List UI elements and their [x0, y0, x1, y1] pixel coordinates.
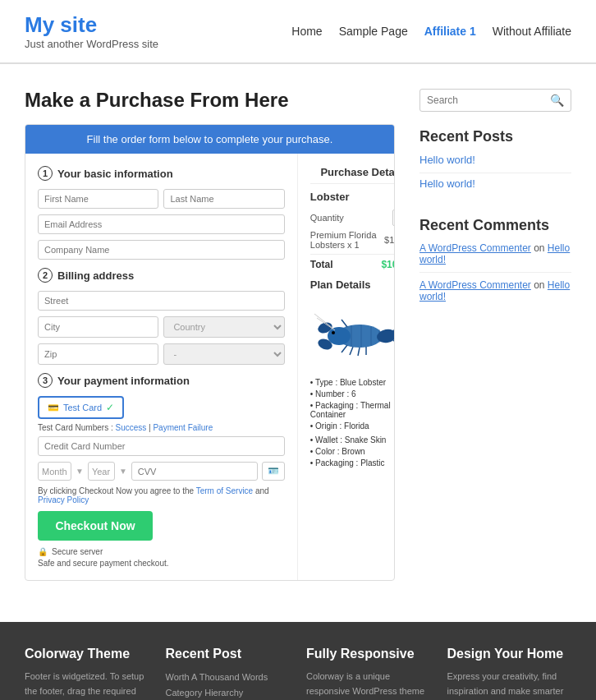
footer-widget-0: Colorway Theme Footer is widgetized. To …	[25, 647, 149, 700]
failure-link[interactable]: Payment Failure	[153, 423, 213, 432]
plan-item-4: Wallet : Snake Skin	[310, 435, 395, 444]
footer-widget-title-3: Design Your Home	[447, 647, 572, 661]
secure-label: Secure server	[52, 547, 103, 556]
svg-line-12	[342, 320, 347, 327]
nav-home[interactable]: Home	[291, 25, 322, 38]
search-input[interactable]	[427, 94, 550, 106]
first-name-input[interactable]	[38, 189, 158, 209]
city-input[interactable]	[38, 316, 158, 338]
name-row	[38, 189, 285, 209]
quantity-label: Quantity	[310, 213, 344, 223]
card-icon: 💳	[48, 403, 59, 413]
email-input[interactable]	[38, 214, 285, 234]
terms-link[interactable]: Term of Service	[196, 486, 253, 495]
svg-line-8	[342, 345, 347, 352]
privacy-link[interactable]: Privacy Policy	[38, 495, 89, 504]
checkout-button[interactable]: Checkout Now	[38, 511, 153, 541]
comment-on-1: on	[534, 279, 548, 291]
zip-row: -	[38, 343, 285, 365]
lobster-image	[310, 297, 395, 371]
test-card-button[interactable]: 💳 Test Card ✓	[38, 396, 124, 419]
comment-on-0: on	[534, 242, 548, 254]
section3-title: 3 Your payment information	[38, 373, 285, 388]
recent-post-0[interactable]: Hello world!	[419, 154, 571, 173]
line-item-price: $100.00	[384, 235, 395, 245]
line-item-row: Premium Florida Lobsters x 1 $100.00	[310, 230, 395, 250]
month-select[interactable]: Month	[38, 462, 71, 481]
quantity-value[interactable]: 1	[392, 210, 395, 226]
lock-icon: 🔒	[38, 547, 48, 556]
recent-comments-title: Recent Comments	[419, 217, 571, 234]
svg-line-10	[358, 348, 360, 356]
test-card-numbers: Test Card Numbers : Success | Payment Fa…	[38, 423, 285, 432]
comment-author-0[interactable]: A WordPress Commenter	[419, 242, 531, 254]
cc-number-input[interactable]	[38, 436, 285, 456]
comment-author-1[interactable]: A WordPress Commenter	[419, 279, 531, 291]
test-card-label: Test Card	[63, 403, 102, 412]
form-header: Fill the order form below to complete yo…	[25, 125, 394, 154]
lobster-svg	[310, 302, 395, 367]
country-select[interactable]: Country	[163, 316, 284, 338]
comment-0: A WordPress Commenter on Hello world!	[419, 242, 571, 273]
quantity-row: Quantity 1	[310, 210, 395, 226]
form-right: Purchase Details Lobster Quantity 1 Prem…	[298, 154, 395, 580]
search-icon[interactable]: 🔍	[550, 94, 564, 107]
footer-link-1[interactable]: Category Hierarchy	[166, 688, 244, 698]
sidebar: 🔍 Recent Posts Hello world! Hello world!…	[419, 89, 571, 581]
zip-input[interactable]	[38, 343, 158, 365]
purchase-form-container: Fill the order form below to complete yo…	[25, 124, 395, 581]
cvv-input[interactable]	[131, 462, 258, 481]
section3-label: Your payment information	[57, 375, 190, 387]
terms-text: By clicking Checkout Now you agree to th…	[38, 486, 285, 504]
site-title[interactable]: My site	[25, 12, 158, 38]
form-left: 1 Your basic information	[25, 154, 298, 580]
street-input[interactable]	[38, 291, 285, 311]
email-row	[38, 214, 285, 234]
plan-details-title: Plan Details	[310, 279, 395, 291]
footer-widget-text-3: Express your creativity, find inspiratio…	[447, 670, 572, 700]
cvv-icon: 🪪	[262, 462, 285, 481]
footer-widget-text-0: Footer is widgetized. To setup the foote…	[25, 670, 149, 700]
line-item-label: Premium Florida Lobsters x 1	[310, 230, 384, 250]
success-link[interactable]: Success	[115, 423, 146, 432]
plan-item-0: Type : Blue Lobster	[310, 378, 395, 387]
section2-title: 2 Billing address	[38, 268, 285, 283]
section1-title: 1 Your basic information	[38, 166, 285, 181]
form-body: 1 Your basic information	[25, 154, 394, 580]
section3-num: 3	[38, 373, 53, 388]
section1-num: 1	[38, 166, 53, 181]
main-wrapper: Make a Purchase From Here Fill the order…	[0, 64, 596, 606]
expiry-row: Month ▼ Year ▼ 🪪	[38, 462, 285, 481]
plan-item-2: Packaging : Thermal Container	[310, 401, 395, 419]
footer-link-0[interactable]: Worth A Thousand Words	[166, 672, 268, 682]
checkmark-icon: ✓	[106, 402, 114, 413]
nav-without-affiliate[interactable]: Without Affiliate	[493, 25, 571, 38]
svg-point-5	[328, 327, 351, 345]
svg-line-9	[350, 347, 353, 355]
nav-affiliate1[interactable]: Affiliate 1	[424, 25, 476, 38]
zip-extra-select[interactable]: -	[163, 343, 284, 365]
recent-post-1[interactable]: Hello world!	[419, 177, 571, 196]
footer-widget-3: Design Your Home Express your creativity…	[447, 647, 572, 700]
plan-item-3: Origin : Florida	[310, 421, 395, 431]
page-title: Make a Purchase From Here	[25, 89, 395, 112]
purchase-details-title: Purchase Details	[310, 166, 395, 184]
total-row: Total $100.00	[310, 254, 395, 270]
footer-widget-text-2: Colorway is a unique responsive WordPres…	[306, 670, 431, 700]
city-country-row: Country	[38, 316, 285, 338]
secure-row: 🔒 Secure server	[38, 547, 285, 556]
search-box[interactable]: 🔍	[419, 89, 571, 112]
footer-widget-title-2: Fully Responsive	[306, 647, 431, 661]
footer-widget-2: Fully Responsive Colorway is a unique re…	[306, 647, 431, 700]
company-input[interactable]	[38, 240, 285, 260]
nav-sample-page[interactable]: Sample Page	[339, 25, 408, 38]
section2-label: Billing address	[57, 269, 134, 282]
total-label: Total	[310, 259, 333, 270]
street-row	[38, 291, 285, 311]
year-select[interactable]: Year	[88, 462, 115, 481]
payment-section: 3 Your payment information 💳 Test Card ✓…	[38, 373, 285, 568]
site-tagline: Just another WordPress site	[25, 38, 158, 50]
plan-item-6: Packaging : Plastic	[310, 458, 395, 467]
recent-posts-widget: Recent Posts Hello world! Hello world!	[419, 128, 571, 196]
last-name-input[interactable]	[163, 189, 284, 209]
